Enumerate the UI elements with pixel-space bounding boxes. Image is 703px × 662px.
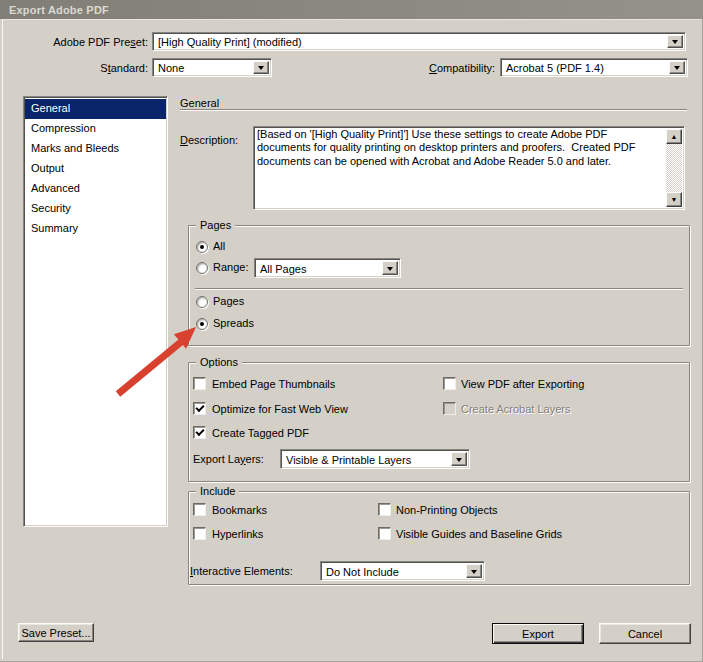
range-dropdown-button[interactable] — [382, 261, 398, 275]
heading-separator — [180, 109, 687, 111]
sidebar-item-marks-and-bleeds[interactable]: Marks and Bleeds — [25, 139, 166, 159]
checkbox-visible-guides-grids[interactable] — [378, 527, 391, 540]
checkbox-optimize-fast-web-view[interactable] — [193, 402, 206, 415]
standard-value: None — [158, 62, 184, 74]
radio-pages[interactable] — [196, 296, 208, 308]
checkbox-bookmarks-label[interactable]: Bookmarks — [212, 504, 267, 517]
radio-all[interactable] — [196, 241, 208, 253]
standard-label: Standard: — [8, 62, 148, 75]
checkbox-embed-page-thumbnails-label[interactable]: Embed Page Thumbnails — [212, 378, 335, 391]
sidebar-item-output[interactable]: Output — [25, 159, 166, 179]
interactive-elements-dropdown-button[interactable] — [466, 564, 482, 578]
export-layers-dropdown-button[interactable] — [451, 452, 467, 466]
radio-range[interactable] — [196, 262, 208, 274]
description-text: [Based on '[High Quality Print]'] Use th… — [257, 128, 664, 168]
cancel-button[interactable]: Cancel — [599, 623, 691, 644]
description-scrollbar[interactable]: ▲ ▼ — [666, 129, 682, 207]
range-combobox[interactable]: All Pages — [254, 258, 401, 278]
checkbox-non-printing-objects[interactable] — [378, 503, 391, 516]
arrow-up-icon: ▲ — [671, 133, 678, 140]
window-titlebar[interactable]: Export Adobe PDF — [0, 0, 703, 19]
checkbox-create-tagged-pdf[interactable] — [193, 426, 206, 439]
compatibility-dropdown[interactable]: Acrobat 5 (PDF 1.4) — [500, 58, 688, 77]
export-button[interactable]: Export — [492, 623, 584, 644]
compatibility-label: Compatibility: — [360, 62, 495, 75]
description-textarea[interactable]: [Based on '[High Quality Print]'] Use th… — [253, 126, 685, 210]
radio-range-label[interactable]: Range: — [213, 261, 248, 274]
radio-spreads-label[interactable]: Spreads — [213, 317, 254, 330]
compatibility-value: Acrobat 5 (PDF 1.4) — [506, 62, 604, 74]
export-button-label: Export — [522, 628, 554, 640]
checkbox-embed-page-thumbnails[interactable] — [193, 377, 206, 390]
checkbox-create-tagged-pdf-label[interactable]: Create Tagged PDF — [212, 427, 309, 440]
sidebar-item-general[interactable]: General — [25, 99, 166, 119]
interactive-elements-value: Do Not Include — [326, 566, 399, 578]
sidebar-item-advanced[interactable]: Advanced — [25, 179, 166, 199]
chevron-down-icon — [387, 267, 393, 274]
checkbox-optimize-fast-web-view-label[interactable]: Optimize for Fast Web View — [212, 403, 348, 416]
checkbox-hyperlinks[interactable] — [193, 527, 206, 540]
checkbox-view-pdf-after-exporting[interactable] — [443, 377, 456, 390]
export-layers-value: Visible & Printable Layers — [286, 454, 411, 466]
window-edge-left — [2, 19, 3, 659]
description-label: Description: — [180, 134, 238, 147]
save-preset-button-label: Save Preset... — [21, 627, 90, 639]
export-layers-label: Export Layers: — [193, 453, 264, 466]
standard-dropdown[interactable]: None — [152, 58, 272, 77]
radio-pages-label[interactable]: Pages — [213, 295, 244, 308]
window-title: Export Adobe PDF — [9, 4, 109, 16]
preset-dropdown-button[interactable] — [667, 35, 683, 48]
window-edge-top — [2, 19, 701, 20]
checkbox-view-pdf-after-exporting-label[interactable]: View PDF after Exporting — [461, 378, 584, 391]
standard-dropdown-button[interactable] — [253, 61, 269, 74]
cancel-button-label: Cancel — [628, 628, 662, 640]
scroll-up-button[interactable]: ▲ — [666, 129, 682, 144]
radio-all-label[interactable]: All — [213, 240, 225, 253]
preset-dropdown[interactable]: [High Quality Print] (modified) — [152, 32, 686, 51]
scroll-down-button[interactable]: ▼ — [666, 192, 682, 207]
pages-group-legend: Pages — [196, 219, 235, 232]
interactive-elements-dropdown[interactable]: Do Not Include — [320, 561, 485, 581]
checkbox-create-acrobat-layers-label: Create Acrobat Layers — [461, 403, 570, 416]
checkbox-hyperlinks-label[interactable]: Hyperlinks — [212, 528, 263, 541]
checkbox-non-printing-objects-label[interactable]: Non-Printing Objects — [396, 504, 498, 517]
chevron-down-icon — [672, 40, 678, 47]
checkbox-create-acrobat-layers — [443, 402, 456, 415]
sidebar-item-compression[interactable]: Compression — [25, 119, 166, 139]
arrow-down-icon: ▼ — [671, 196, 678, 203]
settings-category-list: General Compression Marks and Bleeds Out… — [23, 96, 168, 527]
preset-value: [High Quality Print] (modified) — [158, 36, 302, 48]
save-preset-button[interactable]: Save Preset... — [18, 623, 94, 642]
pages-separator — [195, 288, 683, 290]
range-value: All Pages — [260, 263, 306, 275]
checkbox-visible-guides-grids-label[interactable]: Visible Guides and Baseline Grids — [396, 528, 562, 541]
chevron-down-icon — [456, 458, 462, 465]
export-layers-dropdown[interactable]: Visible & Printable Layers — [280, 449, 470, 469]
sidebar-item-summary[interactable]: Summary — [25, 219, 166, 239]
sidebar-item-security[interactable]: Security — [25, 199, 166, 219]
chevron-down-icon — [258, 66, 264, 73]
options-group-legend: Options — [196, 356, 242, 369]
chevron-down-icon — [674, 66, 680, 73]
pages-group: Pages — [188, 225, 690, 346]
compatibility-dropdown-button[interactable] — [669, 61, 685, 74]
interactive-elements-label: Interactive Elements: — [190, 565, 293, 578]
preset-label: Adobe PDF Preset: — [8, 36, 148, 49]
chevron-down-icon — [471, 570, 477, 577]
checkbox-bookmarks[interactable] — [193, 503, 206, 516]
include-group-legend: Include — [196, 485, 239, 498]
